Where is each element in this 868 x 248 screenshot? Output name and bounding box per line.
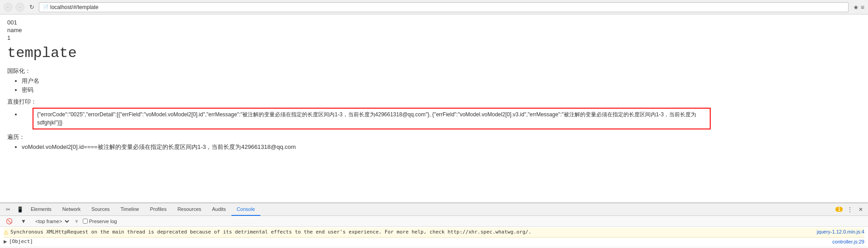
traverse-label: 遍历：: [7, 133, 861, 141]
template-heading: template: [7, 45, 861, 62]
url-text: localhost/#/template: [50, 4, 99, 10]
traverse-item: voModel.voModel2[0].id====被注解的变量必须在指定的长度…: [22, 143, 861, 151]
i18n-item-username: 用户名: [22, 77, 861, 85]
refresh-button[interactable]: ↻: [27, 3, 36, 12]
error-json-text: {"errorCode":"0025","errorDetail":[{"err…: [37, 111, 696, 126]
console-link-jquery[interactable]: jquery-1.12.0.min.js:4: [817, 229, 864, 234]
devtools-icon-group: ✂ 📱: [3, 204, 25, 215]
tab-audits[interactable]: Audits: [207, 203, 231, 216]
direct-print-list: {"errorCode":"0025","errorDetail":[{"err…: [7, 108, 861, 129]
device-mode-button[interactable]: 📱: [14, 204, 25, 215]
browser-chrome: ← → ↻ 📄 localhost/#/template ★ ≡: [0, 0, 868, 14]
warning-badge: 1: [835, 207, 843, 212]
menu-button[interactable]: ≡: [861, 4, 864, 11]
console-object-text: [Object]: [9, 238, 33, 244]
error-box: {"errorCode":"0025","errorDetail":[{"err…: [33, 108, 711, 129]
toolbar-separator: ▼: [74, 219, 79, 224]
console-warning-row: ⚠ Synchronous XMLHttpRequest on the main…: [4, 228, 864, 238]
error-item: {"errorCode":"0025","errorDetail":[{"err…: [22, 108, 861, 129]
forward-button[interactable]: →: [15, 3, 24, 12]
tab-profiles[interactable]: Profiles: [145, 203, 172, 216]
tab-sources[interactable]: Sources: [86, 203, 115, 216]
i18n-item-password: 密码: [22, 86, 861, 94]
browser-actions: ★ ≡: [853, 4, 864, 11]
back-button[interactable]: ←: [4, 3, 13, 12]
tab-network[interactable]: Network: [57, 203, 86, 216]
devtools-panel: ✂ 📱 Elements Network Sources Timeline Pr…: [0, 203, 868, 248]
line2: name: [7, 27, 861, 33]
line3: 1: [7, 34, 861, 41]
console-warning-text: Synchronous XMLHttpRequest on the main t…: [10, 229, 815, 235]
page-icon: 📄: [43, 5, 48, 10]
tab-resources[interactable]: Resources: [172, 203, 207, 216]
devtools-tabs: ✂ 📱 Elements Network Sources Timeline Pr…: [0, 203, 868, 216]
console-object-row: ▶ [Object] controller.js:29: [4, 238, 864, 245]
clear-console-button[interactable]: 🚫: [4, 216, 14, 227]
close-devtools-button[interactable]: ✕: [855, 204, 866, 215]
i18n-label: 国际化：: [7, 67, 861, 75]
direct-print-label: 直接打印：: [7, 98, 861, 106]
inspect-element-button[interactable]: ✂: [3, 204, 14, 215]
settings-button[interactable]: ⋮: [844, 204, 855, 215]
tab-console[interactable]: Console: [231, 203, 260, 216]
frame-selector[interactable]: <top frame>: [33, 218, 71, 224]
main-content: 001 name 1 template 国际化： 用户名 密码 直接打印： {"…: [0, 14, 868, 203]
preserve-log-label: Preserve log: [83, 219, 117, 224]
filter-button[interactable]: ▼: [18, 216, 29, 227]
preserve-log-checkbox[interactable]: [83, 219, 88, 224]
tab-elements[interactable]: Elements: [25, 203, 57, 216]
line1: 001: [7, 19, 861, 26]
console-link-controller[interactable]: controller.js:29: [832, 239, 864, 244]
devtools-toolbar: 🚫 ▼ <top frame> ▼ Preserve log: [0, 216, 868, 227]
bookmark-button[interactable]: ★: [853, 4, 859, 11]
traverse-list: voModel.voModel2[0].id====被注解的变量必须在指定的长度…: [7, 143, 861, 151]
tab-timeline[interactable]: Timeline: [115, 203, 145, 216]
console-content: ⚠ Synchronous XMLHttpRequest on the main…: [0, 227, 868, 246]
i18n-list: 用户名 密码: [7, 77, 861, 94]
warning-icon: ⚠: [4, 229, 9, 236]
expand-arrow-icon[interactable]: ▶: [4, 239, 7, 244]
preserve-log-text: Preserve log: [89, 219, 117, 224]
address-bar[interactable]: 📄 localhost/#/template: [39, 2, 849, 12]
